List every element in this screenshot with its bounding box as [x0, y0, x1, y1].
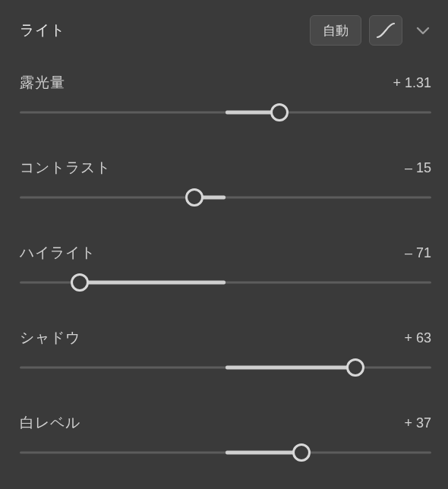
header-controls: 自動 — [310, 15, 431, 46]
slider-group: シャドウ + 63 — [20, 328, 431, 377]
collapse-toggle[interactable] — [415, 26, 431, 35]
slider-group: 白レベル + 37 — [20, 413, 431, 462]
slider-track-active — [226, 366, 355, 370]
slider-row: ハイライト – 71 — [20, 243, 431, 263]
slider-value[interactable]: – 15 — [405, 160, 431, 176]
slider-row: 白レベル + 37 — [20, 413, 431, 433]
slider-track[interactable] — [20, 103, 431, 121]
slider-track[interactable] — [20, 443, 431, 462]
tone-curve-button[interactable] — [369, 15, 402, 46]
sliders-container: 露光量 + 1.31 コントラスト – 15 ハイライト – 71 — [20, 73, 431, 489]
slider-label: シャドウ — [20, 328, 80, 348]
slider-track-active — [226, 451, 301, 455]
chevron-down-icon — [416, 26, 430, 35]
slider-track-base — [20, 197, 431, 199]
slider-track[interactable] — [20, 188, 431, 207]
slider-row: コントラスト – 15 — [20, 158, 431, 178]
slider-label: コントラスト — [20, 158, 111, 178]
slider-label: 露光量 — [20, 73, 65, 93]
panel-title: ライト — [20, 21, 65, 40]
slider-label: 白レベル — [20, 413, 80, 433]
slider-thumb[interactable] — [71, 273, 89, 292]
slider-group: ハイライト – 71 — [20, 243, 431, 292]
slider-track[interactable] — [20, 273, 431, 292]
curve-icon — [376, 22, 396, 39]
slider-track[interactable] — [20, 358, 431, 377]
slider-group: 露光量 + 1.31 — [20, 73, 431, 121]
slider-label: ハイライト — [20, 243, 96, 263]
slider-value[interactable]: + 1.31 — [393, 75, 431, 91]
slider-value[interactable]: + 63 — [404, 330, 431, 346]
light-panel: ライト 自動 露光量 + 1.31 — [0, 0, 448, 489]
auto-button-label: 自動 — [323, 22, 349, 39]
slider-thumb[interactable] — [185, 188, 203, 207]
slider-group: コントラスト – 15 — [20, 158, 431, 207]
slider-value[interactable]: – 71 — [405, 245, 431, 261]
slider-thumb[interactable] — [346, 358, 364, 377]
slider-thumb[interactable] — [270, 103, 289, 121]
slider-row: 露光量 + 1.31 — [20, 73, 431, 93]
slider-track-active — [80, 281, 226, 285]
slider-value[interactable]: + 37 — [404, 415, 431, 431]
slider-thumb[interactable] — [292, 443, 311, 462]
slider-row: シャドウ + 63 — [20, 328, 431, 348]
auto-button[interactable]: 自動 — [310, 15, 361, 46]
panel-header: ライト 自動 — [20, 15, 431, 46]
